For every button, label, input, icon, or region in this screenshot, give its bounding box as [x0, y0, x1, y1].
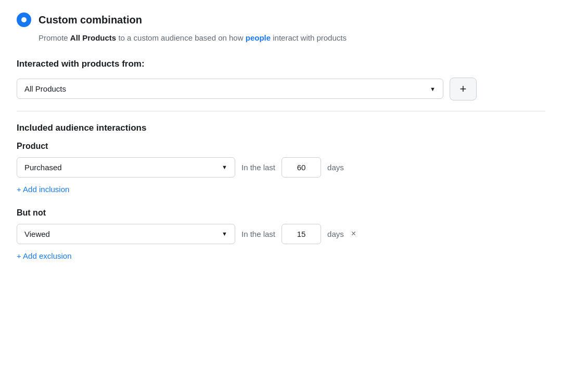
product-field-label: Product: [17, 142, 545, 151]
subtitle-suffix: interact with products: [271, 33, 347, 42]
people-link[interactable]: people: [246, 33, 271, 42]
radio-inner: [21, 17, 27, 22]
days-input-2[interactable]: [282, 224, 321, 244]
subtitle-bold: All Products: [70, 33, 116, 42]
add-exclusion-link[interactable]: + Add exclusion: [17, 251, 72, 260]
product-action-dropdown[interactable]: Purchased ▼: [17, 157, 235, 178]
in-the-last-label-2: In the last: [241, 230, 275, 238]
product-action-arrow-icon: ▼: [222, 164, 227, 170]
in-the-last-label-1: In the last: [241, 163, 275, 172]
interacted-section: Interacted with products from: All Produ…: [17, 59, 545, 100]
remove-exclusion-button[interactable]: ×: [350, 229, 357, 238]
exclusion-dropdown-arrow-icon: ▼: [222, 231, 227, 237]
subtitle-middle: to a custom audience based on how: [116, 33, 246, 42]
add-inclusion-link[interactable]: + Add inclusion: [17, 185, 69, 194]
products-dropdown-arrow-icon: ▼: [430, 86, 436, 92]
interacted-label: Interacted with products from:: [17, 59, 545, 69]
header-row: Custom combination: [17, 12, 545, 27]
days-label-1: days: [327, 163, 344, 172]
products-dropdown[interactable]: All Products ▼: [17, 79, 443, 99]
subtitle-prefix: Promote: [39, 33, 70, 42]
exclusion-dropdown[interactable]: Viewed ▼: [17, 224, 235, 244]
days-label-2: days: [327, 230, 344, 238]
subtitle: Promote All Products to a custom audienc…: [39, 32, 545, 44]
inclusion-row: Purchased ▼ In the last days: [17, 157, 545, 178]
products-row: All Products ▼ +: [17, 78, 545, 100]
product-action-value: Purchased: [24, 163, 62, 172]
included-section: Included audience interactions Product P…: [17, 123, 545, 208]
included-section-label: Included audience interactions: [17, 123, 545, 133]
products-dropdown-value: All Products: [24, 84, 66, 93]
exclusion-row: Viewed ▼ In the last days ×: [17, 224, 545, 244]
but-not-label: But not: [17, 208, 545, 218]
add-products-button[interactable]: +: [450, 78, 477, 100]
but-not-section: But not Viewed ▼ In the last days × + Ad…: [17, 208, 545, 275]
section-divider: [17, 111, 545, 111]
exclusion-dropdown-value: Viewed: [24, 230, 50, 238]
days-input-1[interactable]: [282, 157, 321, 178]
radio-button[interactable]: [17, 12, 31, 27]
page-title: Custom combination: [39, 14, 142, 26]
